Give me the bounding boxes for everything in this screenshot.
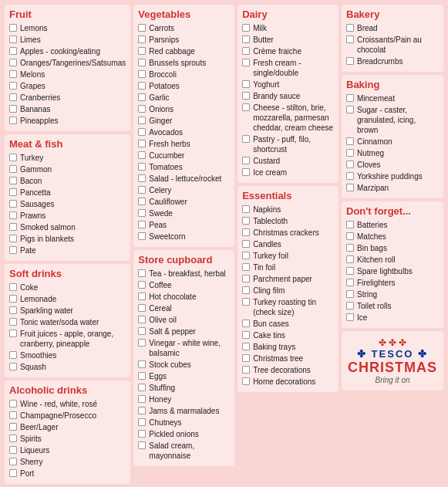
checkbox[interactable] — [242, 157, 250, 164]
checkbox[interactable] — [346, 24, 354, 32]
checkbox[interactable] — [9, 188, 17, 196]
checkbox[interactable] — [138, 441, 146, 449]
checkbox[interactable] — [9, 330, 17, 337]
checkbox[interactable] — [346, 232, 354, 240]
checkbox[interactable] — [242, 80, 250, 88]
checkbox[interactable] — [138, 281, 146, 289]
checkbox[interactable] — [242, 252, 250, 259]
checkbox[interactable] — [138, 151, 146, 159]
checkbox[interactable] — [138, 232, 146, 240]
checkbox[interactable] — [9, 165, 17, 173]
checkbox[interactable] — [138, 418, 146, 426]
checkbox[interactable] — [346, 137, 354, 145]
checkbox[interactable] — [9, 351, 17, 359]
checkbox[interactable] — [242, 286, 250, 294]
checkbox[interactable] — [9, 458, 17, 465]
checkbox[interactable] — [346, 106, 354, 113]
checkbox[interactable] — [242, 217, 250, 225]
checkbox[interactable] — [138, 316, 146, 323]
checkbox[interactable] — [242, 240, 250, 248]
checkbox[interactable] — [242, 320, 250, 327]
checkbox[interactable] — [138, 209, 146, 217]
checkbox[interactable] — [138, 221, 146, 228]
checkbox[interactable] — [346, 255, 354, 263]
checkbox[interactable] — [242, 228, 250, 236]
checkbox[interactable] — [346, 36, 354, 43]
checkbox[interactable] — [242, 377, 250, 385]
checkbox[interactable] — [9, 36, 17, 43]
checkbox[interactable] — [242, 36, 250, 43]
checkbox[interactable] — [138, 128, 146, 136]
checkbox[interactable] — [9, 283, 17, 291]
checkbox[interactable] — [138, 198, 146, 205]
checkbox[interactable] — [138, 59, 146, 66]
checkbox[interactable] — [242, 168, 250, 176]
checkbox[interactable] — [9, 200, 17, 208]
checkbox[interactable] — [9, 93, 17, 101]
checkbox[interactable] — [138, 93, 146, 101]
checkbox[interactable] — [9, 363, 17, 370]
checkbox[interactable] — [138, 293, 146, 300]
checkbox[interactable] — [9, 400, 17, 408]
checkbox[interactable] — [346, 161, 354, 168]
checkbox[interactable] — [9, 446, 17, 454]
checkbox[interactable] — [9, 306, 17, 314]
checkbox[interactable] — [346, 57, 354, 65]
checkbox[interactable] — [138, 70, 146, 78]
checkbox[interactable] — [9, 211, 17, 219]
checkbox[interactable] — [9, 223, 17, 231]
checkbox[interactable] — [138, 395, 146, 403]
checkbox[interactable] — [346, 290, 354, 298]
checkbox[interactable] — [9, 105, 17, 113]
checkbox[interactable] — [346, 313, 354, 321]
checkbox[interactable] — [138, 174, 146, 182]
checkbox[interactable] — [9, 59, 17, 66]
checkbox[interactable] — [242, 24, 250, 32]
checkbox[interactable] — [138, 117, 146, 124]
checkbox[interactable] — [138, 269, 146, 277]
checkbox[interactable] — [242, 298, 250, 306]
checkbox[interactable] — [138, 24, 146, 32]
checkbox[interactable] — [138, 304, 146, 312]
checkbox[interactable] — [138, 186, 146, 194]
checkbox[interactable] — [242, 103, 250, 111]
checkbox[interactable] — [346, 184, 354, 191]
checkbox[interactable] — [9, 154, 17, 161]
checkbox[interactable] — [242, 354, 250, 362]
checkbox[interactable] — [138, 372, 146, 380]
checkbox[interactable] — [9, 47, 17, 55]
checkbox[interactable] — [346, 94, 354, 102]
checkbox[interactable] — [346, 244, 354, 252]
checkbox[interactable] — [346, 267, 354, 275]
checkbox[interactable] — [9, 177, 17, 184]
checkbox[interactable] — [9, 411, 17, 419]
checkbox[interactable] — [346, 221, 354, 228]
checkbox[interactable] — [242, 343, 250, 350]
checkbox[interactable] — [9, 235, 17, 242]
checkbox[interactable] — [138, 360, 146, 368]
checkbox[interactable] — [346, 172, 354, 180]
checkbox[interactable] — [9, 246, 17, 254]
checkbox[interactable] — [138, 105, 146, 113]
checkbox[interactable] — [242, 366, 250, 374]
checkbox[interactable] — [9, 117, 17, 124]
checkbox[interactable] — [138, 47, 146, 55]
checkbox[interactable] — [138, 36, 146, 43]
checkbox[interactable] — [242, 275, 250, 282]
checkbox[interactable] — [346, 279, 354, 286]
checkbox[interactable] — [138, 339, 146, 347]
checkbox[interactable] — [9, 295, 17, 303]
checkbox[interactable] — [242, 59, 250, 66]
checkbox[interactable] — [242, 135, 250, 143]
checkbox[interactable] — [9, 435, 17, 442]
checkbox[interactable] — [138, 384, 146, 391]
checkbox[interactable] — [138, 82, 146, 90]
checkbox[interactable] — [138, 430, 146, 438]
checkbox[interactable] — [9, 82, 17, 90]
checkbox[interactable] — [138, 140, 146, 147]
checkbox[interactable] — [138, 327, 146, 335]
checkbox[interactable] — [242, 47, 250, 55]
checkbox[interactable] — [138, 407, 146, 414]
checkbox[interactable] — [9, 423, 17, 431]
checkbox[interactable] — [242, 92, 250, 100]
